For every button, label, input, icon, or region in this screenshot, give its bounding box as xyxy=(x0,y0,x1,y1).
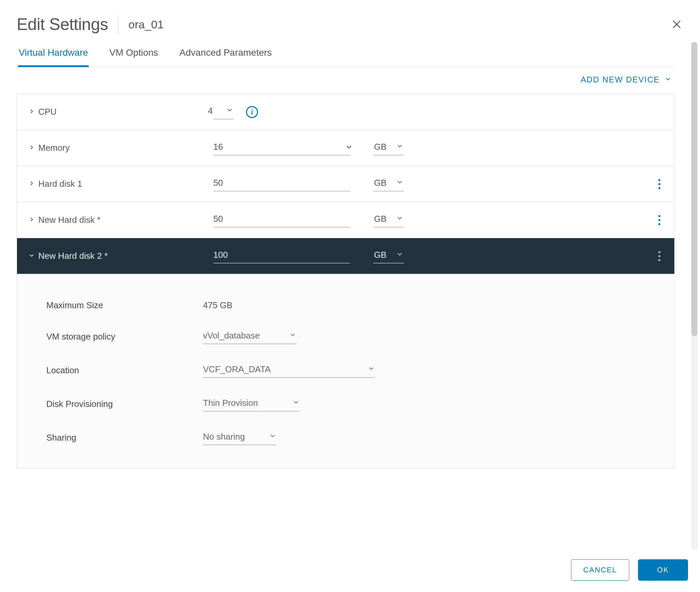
max-size-label: Maximum Size xyxy=(46,300,203,310)
cpu-count-select[interactable]: 4 xyxy=(213,104,233,119)
new-hd2-value: 100 xyxy=(213,250,228,260)
chevron-right-icon[interactable] xyxy=(28,215,35,225)
chevron-right-icon[interactable] xyxy=(28,179,35,189)
title-divider xyxy=(118,16,118,33)
sharing-label: Sharing xyxy=(46,433,203,443)
location-select[interactable]: VCF_ORA_DATA xyxy=(203,363,375,378)
chevron-down-icon xyxy=(289,398,300,408)
tabs: Virtual Hardware VM Options Advanced Par… xyxy=(17,42,675,67)
hd1-size-input[interactable]: 50 xyxy=(213,177,350,191)
chevron-right-icon[interactable] xyxy=(28,107,35,117)
new-hd1-label: New Hard disk * xyxy=(38,215,100,225)
detail-sharing: Sharing No sharing xyxy=(17,421,674,455)
new-hd2-unit-select[interactable]: GB xyxy=(373,248,404,263)
new-hd2-actions-menu[interactable] xyxy=(651,238,668,274)
tab-advanced-parameters[interactable]: Advanced Parameters xyxy=(179,42,272,67)
row-memory: Memory 16 GB xyxy=(17,130,674,166)
chevron-down-icon xyxy=(223,106,233,116)
max-size-value: 475 GB xyxy=(203,300,674,310)
edit-settings-dialog: Edit Settings ora_01 Virtual Hardware VM… xyxy=(0,0,700,592)
new-hd1-actions-menu[interactable] xyxy=(651,202,668,238)
chevron-down-icon[interactable] xyxy=(28,251,35,261)
svg-point-3 xyxy=(658,215,660,217)
svg-point-7 xyxy=(658,255,660,257)
close-button[interactable] xyxy=(670,18,683,31)
hd1-unit: GB xyxy=(374,178,387,188)
svg-point-0 xyxy=(658,179,660,181)
hd1-actions-menu[interactable] xyxy=(651,166,668,202)
location-value: VCF_ORA_DATA xyxy=(203,364,271,375)
vertical-scrollbar[interactable] xyxy=(691,42,697,549)
detail-disk-provisioning: Disk Provisioning Thin Provision xyxy=(17,387,674,421)
new-hd2-label: New Hard disk 2 * xyxy=(38,251,108,261)
sharing-value: No sharing xyxy=(203,432,245,442)
cpu-label: CPU xyxy=(38,107,57,117)
chevron-down-icon xyxy=(393,250,403,260)
row-cpu: CPU 4 i xyxy=(17,94,674,130)
svg-point-8 xyxy=(658,259,660,261)
hd1-label: Hard disk 1 xyxy=(38,179,82,189)
storage-policy-select[interactable]: vVol_database xyxy=(203,329,296,344)
cpu-value: 4 xyxy=(208,106,218,116)
cancel-button[interactable]: CANCEL xyxy=(571,559,629,581)
new-hd2-size-input[interactable]: 100 xyxy=(213,248,350,263)
row-new-hard-disk-1: New Hard disk * 50 GB xyxy=(17,202,674,238)
memory-value-input[interactable]: 16 xyxy=(213,140,350,155)
add-new-device-label: ADD NEW DEVICE xyxy=(581,75,660,84)
detail-location: Location VCF_ORA_DATA xyxy=(17,353,674,387)
dialog-footer: CANCEL OK xyxy=(0,549,700,592)
close-icon xyxy=(671,19,682,30)
svg-point-4 xyxy=(658,219,660,221)
dialog-title: Edit Settings xyxy=(17,15,108,34)
chevron-down-icon xyxy=(266,432,276,442)
ok-button[interactable]: OK xyxy=(638,559,688,581)
content-area: Virtual Hardware VM Options Advanced Par… xyxy=(0,42,691,549)
svg-point-6 xyxy=(658,251,660,253)
disk-provisioning-value: Thin Provision xyxy=(203,398,258,408)
storage-policy-label: VM storage policy xyxy=(46,332,203,342)
hd1-value: 50 xyxy=(213,178,223,188)
new-hd2-unit: GB xyxy=(374,250,387,260)
sharing-select[interactable]: No sharing xyxy=(203,430,276,445)
vm-name: ora_01 xyxy=(128,18,164,31)
memory-value: 16 xyxy=(213,142,223,152)
row-new-hard-disk-2: New Hard disk 2 * 100 GB xyxy=(17,238,674,274)
info-icon[interactable]: i xyxy=(246,106,258,118)
chevron-down-icon xyxy=(393,214,403,224)
chevron-down-icon xyxy=(344,142,354,152)
detail-storage-policy: VM storage policy vVol_database xyxy=(17,320,674,353)
location-label: Location xyxy=(46,365,203,376)
hd1-unit-select[interactable]: GB xyxy=(373,177,404,191)
disk-provisioning-select[interactable]: Thin Provision xyxy=(203,397,300,411)
chevron-down-icon xyxy=(364,364,375,375)
disk-provisioning-label: Disk Provisioning xyxy=(46,399,203,409)
chevron-right-icon[interactable] xyxy=(28,143,35,153)
row-hard-disk-1: Hard disk 1 50 GB xyxy=(17,166,674,202)
detail-max-size: Maximum Size 475 GB xyxy=(17,291,674,320)
chevron-down-icon xyxy=(665,75,671,84)
svg-point-5 xyxy=(658,223,660,225)
hardware-list: CPU 4 i xyxy=(17,94,675,468)
tab-vm-options[interactable]: VM Options xyxy=(109,42,159,67)
dialog-header: Edit Settings ora_01 xyxy=(0,0,700,42)
new-hd2-detail-panel: Maximum Size 475 GB VM storage policy vV… xyxy=(17,274,674,468)
new-hd1-size-input[interactable]: 50 xyxy=(213,212,350,228)
tab-virtual-hardware[interactable]: Virtual Hardware xyxy=(18,42,89,67)
storage-policy-value: vVol_database xyxy=(203,331,260,341)
new-hd1-unit-select[interactable]: GB xyxy=(373,212,404,228)
svg-point-2 xyxy=(658,187,660,189)
scrollbar-thumb[interactable] xyxy=(691,42,697,336)
chevron-down-icon xyxy=(393,142,403,152)
add-new-device-button[interactable]: ADD NEW DEVICE xyxy=(17,67,675,94)
scroll-wrap: Virtual Hardware VM Options Advanced Par… xyxy=(0,42,700,549)
memory-unit-select[interactable]: GB xyxy=(373,140,404,155)
memory-label: Memory xyxy=(38,143,70,153)
svg-point-1 xyxy=(658,183,660,185)
chevron-down-icon xyxy=(393,179,403,188)
chevron-down-icon xyxy=(286,331,296,341)
new-hd1-unit: GB xyxy=(374,214,387,224)
memory-unit: GB xyxy=(374,142,387,152)
new-hd1-value: 50 xyxy=(213,214,223,224)
